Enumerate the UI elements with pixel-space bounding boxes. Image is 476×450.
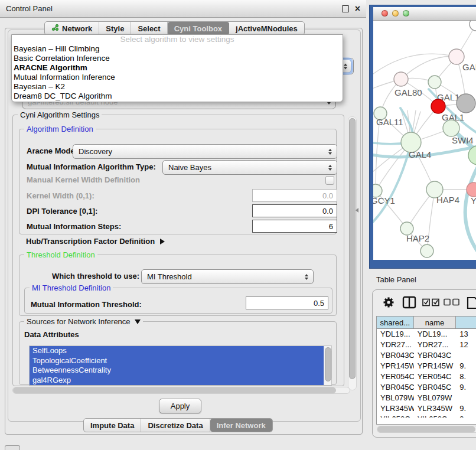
table-horizontal-scrollbar[interactable] (377, 426, 476, 433)
apply-button[interactable]: Apply (159, 399, 201, 413)
network-node-gal1[interactable] (431, 99, 445, 113)
attribute-item-selfloops[interactable]: SelfLoops (30, 346, 324, 356)
tab-network[interactable]: Network (45, 22, 99, 35)
scrollbar-thumb[interactable] (377, 426, 475, 432)
combo-stepper-icon[interactable] (325, 146, 335, 157)
application-root: Control Panel × NetworkStyleSelectCyni T… (0, 0, 476, 450)
tab-label: Discretize Data (148, 421, 203, 430)
settings-vertical-scrollbar[interactable] (348, 116, 357, 390)
algorithm-option-mutual-information-inference[interactable]: Mutual Information Inference (12, 73, 343, 82)
sources-group-title[interactable]: Sources for Network Inference (24, 317, 143, 326)
settings-horizontal-scrollbar[interactable] (12, 387, 350, 394)
network-edge[interactable] (465, 161, 476, 256)
select-all-checkboxes-icon[interactable] (422, 298, 440, 309)
network-edge[interactable] (401, 56, 457, 79)
attribute-item-gal4rgexp[interactable]: gal4RGexp (30, 376, 324, 386)
table-row[interactable]: YBR045CYBR045C9. (377, 382, 476, 393)
network-node-swi4[interactable] (443, 120, 459, 136)
network-node[interactable] (457, 94, 475, 113)
close-panel-icon[interactable]: × (355, 5, 360, 13)
tab-label: Select (138, 24, 160, 33)
dpi-tolerance-value: 0.0 (322, 207, 333, 216)
aracne-mode-combo[interactable]: Discovery (73, 144, 337, 159)
table-row[interactable]: YBR043CYBR043C (377, 350, 476, 361)
algorithm-option-bayesian-hill-climbing[interactable]: Bayesian – Hill Climbing (12, 44, 343, 54)
attributes-list-scrollbar[interactable] (324, 346, 331, 385)
algorithm-option-basic-correlation-inference[interactable]: Basic Correlation Inference (12, 54, 343, 63)
node-label: HAP4 (436, 195, 459, 205)
table-cell: YBL079W (377, 393, 414, 403)
tab-infer-network[interactable]: Infer Network (210, 419, 272, 432)
network-node-gal80[interactable] (394, 72, 408, 86)
combo-stepper-icon[interactable] (302, 272, 311, 282)
mi-threshold-field[interactable]: 0.5 (246, 296, 328, 309)
table-row[interactable]: YER054CYER054C8. (377, 371, 476, 382)
mi-threshold-definition-group: MI Threshold Definition Mutual Informati… (24, 288, 332, 314)
control-panel-titlebar: Control Panel × (0, 0, 366, 18)
column-header-2[interactable] (456, 317, 476, 328)
scrollbar-thumb[interactable] (349, 118, 356, 379)
table-cell: YBR043C (414, 350, 457, 361)
attribute-item-topologicalcoefficient[interactable]: TopologicalCoefficient (30, 356, 324, 366)
network-canvas[interactable]: GALGAL80GAL10GAL1GAL11SWI4GAL4GCY1HAP4YH… (373, 21, 476, 260)
table-cell: YDL19... (377, 329, 414, 340)
network-icon (51, 24, 59, 33)
table-row[interactable]: YBL079WYBL079W (377, 393, 476, 403)
data-attributes-list[interactable]: SelfLoopsTopologicalCoefficientBetweenne… (29, 345, 332, 386)
tab-discretize-data[interactable]: Discretize Data (141, 419, 210, 432)
close-window-icon[interactable] (382, 10, 388, 17)
table-toolbar (373, 296, 476, 312)
table-cell (456, 393, 476, 403)
zoom-window-icon[interactable] (403, 10, 409, 17)
split-columns-icon[interactable] (402, 296, 416, 311)
tab-impute-data[interactable]: Impute Data (84, 419, 141, 432)
hub-tf-definition-toggle[interactable]: Hub/Transcription Factor Definition (26, 237, 165, 246)
hub-tf-definition-label: Hub/Transcription Factor Definition (26, 237, 155, 246)
table-row[interactable]: YDR27...YDR27...12 (377, 340, 476, 350)
tab-label: Cyni Toolbox (174, 24, 222, 33)
network-node-gal10[interactable] (428, 76, 441, 89)
table-cell: 9. (456, 361, 476, 371)
scrollbar-thumb[interactable] (13, 387, 336, 393)
table-row[interactable]: YPR145WYPR145W9. (377, 361, 476, 371)
column-header-shared[interactable]: shared... (377, 317, 414, 328)
mi-threshold-label: Mutual Information Threshold: (31, 300, 142, 309)
network-window-titlebar[interactable] (373, 7, 476, 21)
network-node[interactable] (470, 21, 476, 31)
which-threshold-combo[interactable]: MI Threshold (141, 269, 314, 284)
mi-type-combo[interactable]: Naive Bayes (162, 160, 337, 175)
table-row[interactable]: YIL052CYIL052C9 (377, 414, 476, 418)
attribute-item-betweennesscentrality[interactable]: BetweennessCentrality (30, 366, 324, 376)
tab-label: Network (62, 24, 92, 33)
tab-cyni-toolbox[interactable]: Cyni Toolbox (168, 22, 229, 35)
data-attributes-items: SelfLoopsTopologicalCoefficientBetweenne… (30, 346, 324, 385)
algorithm-option-aracne-algorithm[interactable]: ARACNE Algorithm (12, 63, 343, 73)
minimize-window-icon[interactable] (392, 10, 399, 17)
manual-kernel-checkbox[interactable] (325, 176, 334, 185)
tab-style[interactable]: Style (99, 22, 131, 35)
table-row[interactable]: YLR345WYLR345W9. (377, 403, 476, 414)
deselect-all-checkboxes-icon[interactable] (444, 298, 460, 308)
table-panel-titlebar: Table Panel (367, 270, 476, 288)
algorithm-option-bayesian-k2[interactable]: Bayesian – K2 (12, 82, 343, 92)
combo-stepper-icon[interactable] (325, 162, 335, 173)
threshold-definition-group: Threshold Definition Which threshold to … (19, 255, 337, 316)
float-panel-icon[interactable] (342, 5, 349, 12)
export-table-icon[interactable] (466, 296, 476, 312)
dpi-tolerance-field[interactable]: 0.0 (252, 204, 337, 217)
tab-select[interactable]: Select (131, 22, 167, 35)
table-settings-gear-icon[interactable] (382, 296, 395, 311)
table-cell: 12 (456, 340, 476, 350)
splitpane-collapse-arrow[interactable] (356, 208, 358, 213)
minimized-panel-icon[interactable] (5, 445, 20, 450)
tab-jactivemnodules[interactable]: jActiveMNodules (229, 22, 304, 35)
scrollbar-thumb[interactable] (325, 347, 331, 381)
network-view-window[interactable]: GALGAL80GAL10GAL1GAL11SWI4GAL4GCY1HAP4YH… (369, 5, 476, 269)
algorithm-option-dream8-dc-tdc-algorithm[interactable]: Dream8 DC_TDC Algorithm (12, 92, 343, 101)
network-node[interactable] (420, 244, 433, 257)
mi-steps-field[interactable]: 6 (252, 220, 337, 233)
node-label: SWI4 (452, 135, 474, 145)
column-header-name[interactable]: name (414, 317, 457, 328)
table-row[interactable]: YDL19...YDL19...13 (377, 329, 476, 340)
network-edge[interactable] (373, 54, 457, 77)
